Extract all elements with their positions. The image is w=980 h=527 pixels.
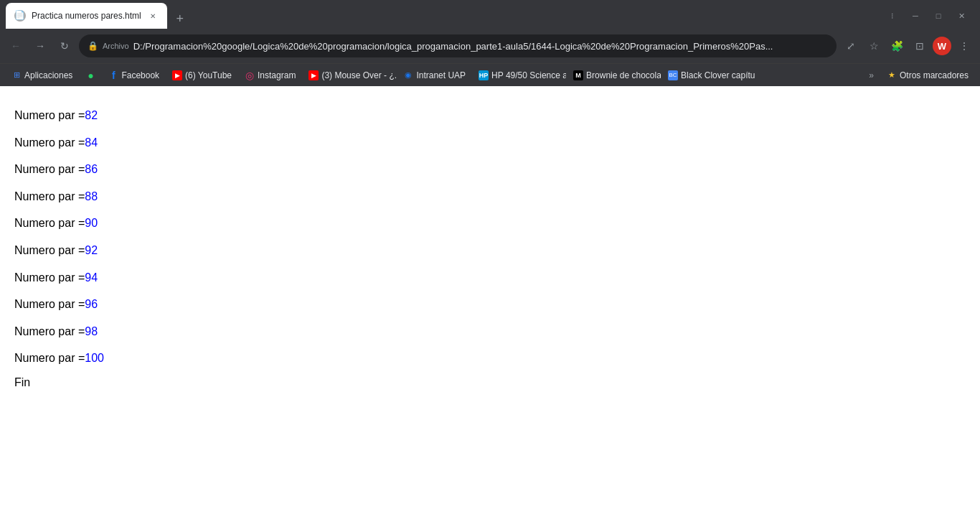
window-menu-button[interactable]: ⁝: [882, 6, 903, 26]
bookmark-brownie[interactable]: M Brownie de chocola...: [567, 68, 661, 83]
page-line-86: Numero par = 86: [14, 160, 966, 179]
hp-icon: HP: [479, 70, 489, 80]
window-close-button[interactable]: ✕: [951, 6, 971, 26]
static-text: Numero par =: [14, 106, 85, 125]
bookmark-youtube1[interactable]: ▶ (6) YouTube: [166, 68, 237, 83]
bookmark-facebook-label: Facebook: [121, 70, 159, 80]
protocol-label: Archivo: [103, 42, 129, 50]
page-line-90: Numero par = 90: [14, 214, 966, 233]
page-line-96: Numero par = 96: [14, 295, 966, 314]
address-actions: ⤢ ☆ 🧩 ⊡ W ⋮: [841, 36, 974, 56]
bookmark-blackclover-label: Black Clover capítul...: [681, 70, 755, 80]
facebook-icon: f: [108, 70, 118, 80]
page-line-92: Numero par = 92: [14, 241, 966, 260]
page-line-84: Numero par = 84: [14, 134, 966, 152]
bookmarks-bar: ⊞ Aplicaciones ● f Facebook ▶ (6) YouTub…: [0, 63, 980, 86]
bookmark-folder-icon: ★: [887, 70, 897, 80]
bookmark-intranet[interactable]: ◉ Intranet UAP: [397, 68, 471, 83]
bookmark-blackclover[interactable]: BC Black Clover capítul...: [662, 68, 755, 83]
number-value-94: 94: [85, 269, 98, 287]
url-text: D:/Programacion%20google/Logica%20de%20p…: [133, 41, 828, 52]
refresh-button[interactable]: ↻: [55, 36, 75, 56]
window-maximize-button[interactable]: □: [928, 6, 948, 26]
page-line-82: Numero par = 82: [14, 106, 966, 125]
bookmarks-more-label: »: [869, 70, 874, 80]
bookmark-star-button[interactable]: ☆: [864, 36, 884, 56]
page-line-94: Numero par = 94: [14, 269, 966, 287]
window-minimize-button[interactable]: ─: [905, 6, 925, 26]
static-text: Numero par =: [14, 187, 85, 206]
bookmark-others-folder[interactable]: ★ Otros marcadores: [881, 68, 974, 83]
tab-favicon: 📄: [14, 10, 26, 22]
static-text: Numero par =: [14, 349, 85, 368]
instagram-icon: ◎: [245, 70, 255, 80]
chrome-menu-button[interactable]: ⋮: [954, 36, 974, 56]
page-line-98: Numero par = 98: [14, 322, 966, 341]
page-line-88: Numero par = 88: [14, 187, 966, 206]
forward-button[interactable]: →: [30, 36, 50, 56]
bookmark-youtube1-label: (6) YouTube: [185, 70, 232, 80]
brownie-icon: M: [573, 70, 583, 80]
tab-close-button[interactable]: ✕: [147, 10, 159, 22]
bookmark-facebook[interactable]: f Facebook: [103, 68, 165, 83]
number-value-86: 86: [85, 160, 98, 179]
browser-window: 📄 Practica numeros pares.html ✕ + ⁝ ─ □ …: [0, 0, 980, 527]
static-text: Numero par =: [14, 295, 85, 314]
new-tab-button[interactable]: +: [170, 9, 190, 29]
number-value-92: 92: [85, 241, 98, 260]
bookmark-whatsapp[interactable]: ●: [80, 68, 101, 83]
bookmark-brownie-label: Brownie de chocola...: [586, 70, 661, 80]
fin-text: Fin: [14, 376, 966, 389]
bookmarks-more-button[interactable]: »: [864, 68, 878, 83]
number-value-100: 100: [85, 349, 104, 368]
number-value-98: 98: [85, 322, 98, 341]
number-value-84: 84: [85, 134, 98, 152]
bookmark-apps[interactable]: ⊞ Aplicaciones: [6, 68, 78, 83]
whatsapp-icon: ●: [85, 70, 95, 80]
bookmark-intranet-label: Intranet UAP: [416, 70, 466, 80]
number-value-90: 90: [85, 214, 98, 233]
static-text: Numero par =: [14, 322, 85, 341]
youtube1-icon: ▶: [172, 70, 182, 80]
bookmark-hp-label: HP 49/50 Science a...: [491, 70, 566, 80]
number-value-88: 88: [85, 187, 98, 206]
content-lines: Numero par = 82Numero par = 84Numero par…: [14, 106, 966, 368]
apps-icon: ⊞: [11, 70, 22, 80]
static-text: Numero par =: [14, 214, 85, 233]
youtube2-icon: ▶: [308, 70, 319, 80]
intranet-icon: ◉: [403, 70, 413, 80]
tab-bar: 📄 Practica numeros pares.html ✕ + ⁝ ─ □ …: [0, 0, 980, 29]
active-tab[interactable]: 📄 Practica numeros pares.html ✕: [6, 3, 167, 29]
profile-avatar[interactable]: W: [933, 37, 951, 55]
extensions-button[interactable]: 🧩: [887, 36, 907, 56]
static-text: Numero par =: [14, 134, 85, 152]
address-input[interactable]: 🔒 Archivo D:/Programacion%20google/Logic…: [79, 34, 837, 57]
security-icon: 🔒: [88, 41, 98, 51]
static-text: Numero par =: [14, 160, 85, 179]
bookmark-others-label: Otros marcadores: [900, 70, 969, 80]
bookmark-apps-label: Aplicaciones: [24, 70, 72, 80]
blackclover-icon: BC: [668, 70, 678, 80]
fin-label: Fin: [14, 376, 30, 388]
window-controls: ⁝ ─ □ ✕: [882, 6, 974, 29]
number-value-82: 82: [85, 106, 98, 125]
static-text: Numero par =: [14, 269, 85, 287]
bookmark-instagram-label: Instagram: [258, 70, 296, 80]
page-content: Numero par = 82Numero par = 84Numero par…: [0, 86, 980, 527]
page-line-100: Numero par = 100: [14, 349, 966, 368]
split-view-button[interactable]: ⊡: [910, 36, 930, 56]
bookmark-instagram[interactable]: ◎ Instagram: [239, 68, 301, 83]
number-value-96: 96: [85, 295, 98, 314]
bookmark-youtube2[interactable]: ▶ (3) Mouse Over - ¿...: [303, 68, 396, 83]
share-button[interactable]: ⤢: [841, 36, 861, 56]
bookmark-hp[interactable]: HP HP 49/50 Science a...: [473, 68, 566, 83]
back-button[interactable]: ←: [6, 36, 26, 56]
address-bar: ← → ↻ 🔒 Archivo D:/Programacion%20google…: [0, 29, 980, 63]
bookmark-youtube2-label: (3) Mouse Over - ¿...: [321, 70, 396, 80]
static-text: Numero par =: [14, 241, 85, 260]
tab-title: Practica numeros pares.html: [32, 11, 141, 21]
